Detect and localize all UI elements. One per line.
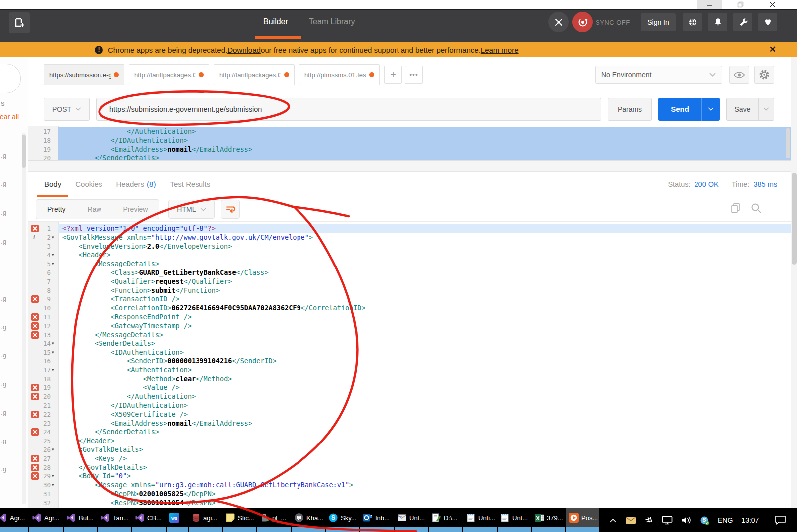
learn-more-link[interactable]: Learn more	[481, 46, 519, 54]
taskbar-item[interactable]: X379...	[532, 508, 565, 532]
history-item[interactable]: .g	[1, 152, 6, 159]
environment-settings-button[interactable]	[754, 66, 774, 84]
tab-test-results[interactable]: Test Results	[163, 172, 217, 197]
banner-close-icon[interactable]: ✕	[769, 44, 776, 55]
tab-body[interactable]: Body	[37, 172, 68, 197]
editor-scrollbar-thumb[interactable]	[786, 128, 790, 158]
wrap-text-button[interactable]	[221, 200, 240, 219]
fold-caret-icon[interactable]: ▾	[51, 260, 57, 268]
mode-raw[interactable]: Raw	[77, 200, 112, 219]
taskbar-item[interactable]: CB...	[132, 508, 166, 532]
language-indicator[interactable]: ENG	[718, 516, 733, 524]
close-window-button[interactable]	[758, 0, 786, 9]
request-tab[interactable]: http://tariffpackages.C	[214, 64, 295, 85]
sidebar-search-input[interactable]	[0, 64, 21, 93]
taskbar-item[interactable]: Agr...	[29, 508, 63, 532]
main-scrollbar[interactable]	[791, 57, 797, 508]
save-label[interactable]: Save	[727, 98, 758, 120]
tab-overflow-button[interactable]: •••	[405, 66, 423, 84]
environment-selector[interactable]: No Environment	[595, 66, 722, 84]
send-options-button[interactable]	[701, 98, 720, 121]
send-label[interactable]: Send	[658, 98, 701, 121]
fold-caret-icon[interactable]: ▾	[51, 348, 57, 357]
fold-caret-icon[interactable]: ▾	[51, 251, 57, 260]
copy-icon[interactable]	[730, 202, 741, 214]
history-item[interactable]: .g	[1, 323, 6, 331]
response-body-viewer[interactable]: 1<?xml version="1.0" encoding="utf-8"?>i…	[28, 221, 797, 508]
tab-team-library[interactable]: Team Library	[309, 17, 355, 26]
fold-caret-icon[interactable]: ▾	[51, 481, 57, 490]
mode-pretty[interactable]: Pretty	[36, 200, 77, 219]
taskbar-item[interactable]: pl_...	[257, 508, 291, 532]
notifications-button[interactable]	[708, 13, 727, 31]
history-item[interactable]: .g	[1, 465, 6, 473]
clock[interactable]: 13:07	[741, 516, 759, 524]
history-item[interactable]: .g	[1, 180, 6, 187]
taskbar-item[interactable]: Kha...	[292, 508, 325, 532]
restore-button[interactable]	[727, 0, 753, 9]
save-options-button[interactable]	[758, 98, 774, 120]
history-item[interactable]: .g	[1, 437, 6, 444]
request-body-editor[interactable]: 17 </Authentication>18 </IDAuthenticatio…	[28, 126, 797, 161]
tab-headers[interactable]: Headers(8)	[109, 172, 163, 197]
send-button[interactable]: Send	[658, 98, 720, 121]
history-item[interactable]: .g	[1, 209, 6, 216]
tray-skype-icon[interactable]: S	[700, 516, 709, 525]
request-tab[interactable]: https://submission.e-g	[44, 64, 124, 85]
clear-all-link[interactable]: ear all	[0, 113, 19, 121]
taskbar-item[interactable]: Stic...	[223, 508, 256, 532]
tray-network-icon[interactable]	[662, 516, 673, 525]
taskbar-item[interactable]: Agr...	[0, 508, 28, 532]
mode-preview[interactable]: Preview	[112, 200, 159, 219]
tray-mail-icon[interactable]	[625, 516, 636, 524]
params-button[interactable]: Params	[608, 98, 652, 121]
favorites-button[interactable]	[758, 13, 777, 31]
fold-caret-icon[interactable]: ▾	[51, 445, 57, 454]
tab-cookies[interactable]: Cookies	[68, 172, 109, 197]
sign-in-button[interactable]: Sign In	[641, 13, 676, 31]
method-selector[interactable]: POST	[44, 98, 90, 121]
action-center-icon[interactable]	[775, 515, 786, 525]
main-scrollbar-thumb[interactable]	[792, 173, 797, 265]
save-button[interactable]: Save	[726, 98, 774, 121]
taskbar-item[interactable]: SSky...	[326, 508, 359, 532]
tray-expand-icon[interactable]	[609, 518, 617, 523]
request-tab[interactable]: http://ptmssms.01.tes	[299, 64, 380, 85]
taskbar-item[interactable]: D:\...	[429, 508, 462, 532]
taskbar-item[interactable]: Pos...	[566, 508, 599, 532]
history-item[interactable]: .g	[1, 409, 6, 416]
taskbar-item[interactable]: Tari...	[98, 508, 131, 532]
history-item[interactable]: .g	[1, 352, 6, 359]
tray-slack-icon[interactable]	[645, 516, 653, 525]
interceptor-button[interactable]	[548, 12, 569, 32]
minimize-button[interactable]	[697, 0, 722, 9]
explore-button[interactable]	[683, 13, 702, 31]
environment-preview-button[interactable]	[729, 66, 749, 84]
history-item[interactable]: .g	[1, 380, 6, 388]
taskbar-item[interactable]: agi...	[189, 508, 222, 532]
settings-button[interactable]	[733, 13, 752, 31]
taskbar-item[interactable]: WS	[167, 508, 188, 532]
fold-caret-icon[interactable]: ▾	[51, 366, 57, 375]
history-item[interactable]: .g	[1, 238, 6, 245]
taskbar-item[interactable]: Bul...	[64, 508, 97, 532]
sync-button[interactable]	[572, 12, 593, 32]
tab-builder[interactable]: Builder	[263, 17, 288, 26]
taskbar-item[interactable]: Unt...	[498, 508, 531, 532]
pane-splitter[interactable]	[28, 161, 797, 172]
taskbar-item[interactable]: Unt...	[395, 508, 428, 532]
sidebar-scrollbar[interactable]	[22, 133, 26, 504]
taskbar-item[interactable]: Unti...	[463, 508, 497, 532]
download-link[interactable]: Download	[227, 46, 261, 54]
url-input[interactable]	[96, 98, 601, 121]
history-item[interactable]: .g	[1, 295, 6, 302]
sidebar-scrollbar-thumb[interactable]	[22, 135, 26, 168]
search-icon[interactable]	[750, 202, 762, 214]
fold-caret-icon[interactable]: ▾	[51, 233, 57, 242]
add-tab-button[interactable]: +	[384, 66, 402, 84]
fold-caret-icon[interactable]: ▾	[51, 472, 57, 481]
format-selector[interactable]: HTML	[168, 200, 215, 219]
fold-caret-icon[interactable]: ▾	[51, 339, 57, 348]
request-tab[interactable]: http://tariffpackages.C	[129, 64, 209, 85]
taskbar-item[interactable]: Inb...	[360, 508, 394, 532]
